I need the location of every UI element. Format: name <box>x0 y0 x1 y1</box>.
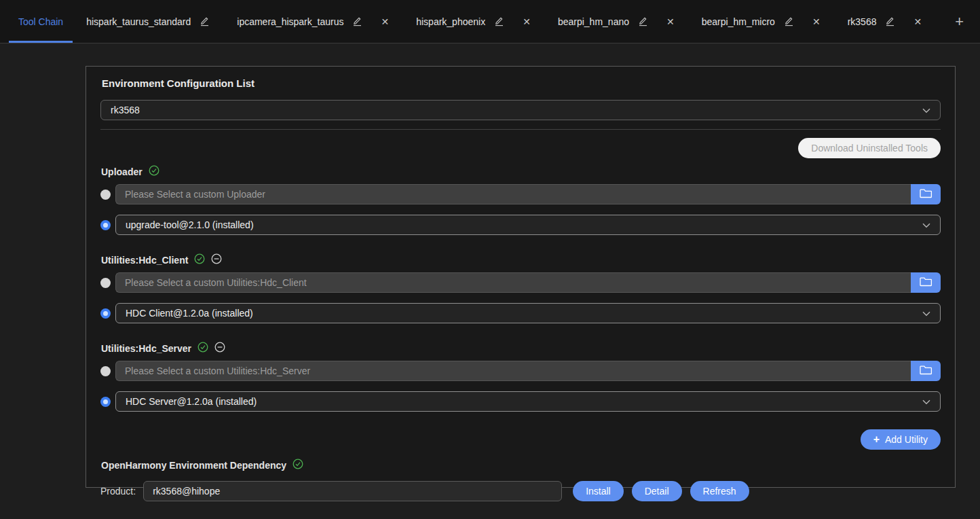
hdc-client-version-select[interactable]: HDC Client@1.2.0a (installed) <box>115 303 941 323</box>
remove-utility-icon[interactable] <box>214 342 225 355</box>
tab-hispark-taurus-standard[interactable]: hispark_taurus_standard <box>73 0 223 43</box>
check-circle-icon <box>197 342 208 355</box>
tab-label: hispark_taurus_standard <box>86 16 191 27</box>
tab-label: bearpi_hm_nano <box>558 16 629 27</box>
tab-bar: Tool Chain hispark_taurus_standard ipcam… <box>0 0 980 43</box>
tab-label: bearpi_hm_micro <box>702 16 775 27</box>
divider <box>100 129 941 130</box>
installed-hdc-client-radio[interactable] <box>100 308 111 319</box>
tab-ipcamera-hispark-taurus[interactable]: ipcamera_hispark_taurus ✕ <box>223 0 402 43</box>
page-title: Environment Configuration List <box>102 77 941 89</box>
remove-utility-icon[interactable] <box>211 253 222 266</box>
installed-hdc-server-radio[interactable] <box>100 397 111 407</box>
refresh-button[interactable]: Refresh <box>690 481 749 501</box>
custom-hdc-server-radio[interactable] <box>100 366 111 376</box>
tab-label: Tool Chain <box>18 16 63 27</box>
section-label-text: Utilities:Hdc_Client <box>101 255 188 266</box>
hdc-server-version-value: HDC Server@1.2.0a (installed) <box>126 396 922 407</box>
chevron-down-icon <box>922 308 930 319</box>
custom-hdc-client-radio[interactable] <box>100 278 111 288</box>
hdc-client-version-value: HDC Client@1.2.0a (installed) <box>126 308 922 319</box>
chevron-down-icon <box>922 219 930 230</box>
browse-folder-button[interactable] <box>911 272 941 293</box>
chevron-down-icon <box>922 105 930 115</box>
tab-tool-chain[interactable]: Tool Chain <box>9 0 73 43</box>
chevron-down-icon <box>922 396 930 407</box>
uploader-version-select[interactable]: upgrade-tool@2.1.0 (installed) <box>115 215 941 235</box>
close-icon[interactable]: ✕ <box>666 17 675 26</box>
tab-label: rk3568 <box>848 16 877 27</box>
close-icon[interactable]: ✕ <box>523 17 531 26</box>
plus-icon: + <box>873 434 880 445</box>
folder-icon <box>920 188 932 200</box>
hdc-server-version-select[interactable]: HDC Server@1.2.0a (installed) <box>115 391 941 412</box>
dependency-section-label: OpenHarmony Environment Dependency <box>101 459 941 471</box>
browse-folder-button[interactable] <box>911 361 941 381</box>
browse-folder-button[interactable] <box>911 184 941 204</box>
environment-configuration-panel: Environment Configuration List rk3568 Do… <box>86 66 956 488</box>
check-circle-icon <box>293 459 303 471</box>
tab-label: hispark_phoenix <box>416 16 485 27</box>
uploader-version-value: upgrade-tool@2.1.0 (installed) <box>126 219 922 230</box>
custom-hdc-client-input[interactable] <box>115 272 911 293</box>
download-uninstalled-tools-button[interactable]: Download Uninstalled Tools <box>798 138 941 158</box>
install-button[interactable]: Install <box>573 481 624 501</box>
edit-icon[interactable] <box>200 16 210 26</box>
edit-icon[interactable] <box>885 16 895 26</box>
edit-icon[interactable] <box>784 16 794 26</box>
detail-button[interactable]: Detail <box>632 481 682 501</box>
section-uploader-label: Uploader <box>101 165 941 178</box>
close-icon[interactable]: ✕ <box>381 17 389 26</box>
add-utility-button[interactable]: + Add Utility <box>861 429 941 450</box>
config-list-select[interactable]: rk3568 <box>100 100 941 120</box>
installed-uploader-radio[interactable] <box>100 220 111 230</box>
dependency-title: OpenHarmony Environment Dependency <box>101 460 286 471</box>
close-icon[interactable]: ✕ <box>913 17 922 26</box>
tab-rk3568[interactable]: rk3568 ✕ <box>834 0 936 43</box>
custom-uploader-radio[interactable] <box>100 190 111 200</box>
folder-icon <box>920 276 932 289</box>
tab-hispark-phoenix[interactable]: hispark_phoenix ✕ <box>402 0 544 43</box>
check-circle-icon <box>149 165 159 178</box>
tab-bearpi-hm-nano[interactable]: bearpi_hm_nano ✕ <box>544 0 688 43</box>
section-label-text: Utilities:Hdc_Server <box>101 343 191 354</box>
section-label-text: Uploader <box>101 166 143 177</box>
tab-label: ipcamera_hispark_taurus <box>237 16 343 27</box>
add-tab-button[interactable]: + <box>948 10 970 33</box>
config-list-value: rk3568 <box>111 105 922 115</box>
edit-icon[interactable] <box>638 16 648 26</box>
custom-uploader-input[interactable] <box>115 184 911 204</box>
close-icon[interactable]: ✕ <box>812 17 821 26</box>
section-hdc-server-label: Utilities:Hdc_Server <box>101 342 941 355</box>
edit-icon[interactable] <box>494 16 504 26</box>
tab-bearpi-hm-micro[interactable]: bearpi_hm_micro ✕ <box>688 0 834 43</box>
folder-icon <box>920 365 932 377</box>
product-label: Product: <box>100 486 136 497</box>
section-hdc-client-label: Utilities:Hdc_Client <box>101 253 941 266</box>
check-circle-icon <box>194 253 205 266</box>
custom-hdc-server-input[interactable] <box>115 361 911 381</box>
edit-icon[interactable] <box>352 16 362 26</box>
product-input[interactable] <box>143 481 562 501</box>
add-utility-label: Add Utility <box>885 434 928 445</box>
